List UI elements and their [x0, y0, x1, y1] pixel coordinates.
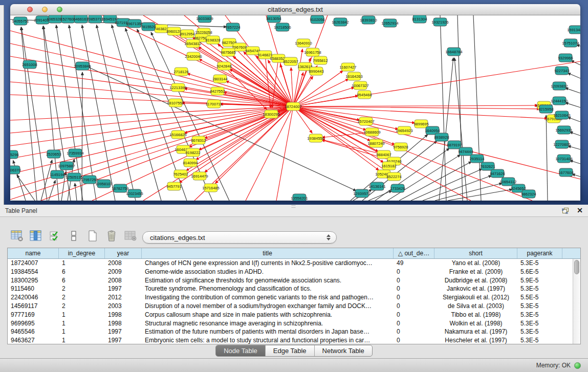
- graph-node-teal[interactable]: 20953846: [74, 62, 91, 70]
- graph-node-yellow[interactable]: 2803144: [212, 75, 227, 83]
- graph-node-teal[interactable]: 1733426: [390, 184, 405, 192]
- table-selector-dropdown[interactable]: citations_edges.txt: [142, 231, 337, 244]
- graph-node-yellow[interactable]: 11700711: [206, 100, 222, 108]
- graph-node-yellow[interactable]: 8960128: [166, 27, 181, 35]
- graph-node-teal[interactable]: 19218506: [274, 23, 291, 31]
- create-table-icon[interactable]: [86, 229, 99, 243]
- graph-node-teal[interactable]: 12505135: [66, 173, 82, 181]
- graph-node-yellow[interactable]: 11607427: [340, 63, 357, 71]
- delete-rows-icon[interactable]: [105, 229, 118, 243]
- graph-node-teal[interactable]: 10731408: [555, 155, 572, 163]
- column-header[interactable]: title: [142, 248, 394, 258]
- graph-node-teal[interactable]: 13558201: [291, 194, 308, 201]
- graph-node-yellow[interactable]: 8990443: [309, 67, 323, 75]
- tab-node-table[interactable]: Node Table: [216, 345, 265, 356]
- column-header[interactable]: name: [8, 248, 59, 258]
- graph-node-yellow[interactable]: 13640910: [295, 39, 312, 47]
- float-panel-icon[interactable]: [562, 207, 570, 214]
- graph-node-teal[interactable]: 10975887: [58, 162, 75, 170]
- table-row[interactable]: 1872400712008Changes of HCN gene express…: [8, 259, 580, 268]
- graph-node-teal[interactable]: 16033809: [196, 15, 213, 23]
- graph-node-teal[interactable]: 16648784: [445, 48, 462, 56]
- graph-node-yellow[interactable]: 8140994: [183, 159, 198, 167]
- table-row[interactable]: 969969511998Structural magnetic resonanc…: [8, 319, 580, 328]
- graph-node-teal[interactable]: 15692931: [555, 126, 572, 134]
- graph-node-teal[interactable]: 7815520: [141, 23, 156, 31]
- graph-node-yellow[interactable]: 7625402: [173, 170, 188, 178]
- graph-node-teal[interactable]: 8813054: [266, 15, 281, 23]
- graph-node-yellow[interactable]: 8912954: [180, 30, 194, 38]
- graph-node-yellow[interactable]: 9198222: [185, 148, 200, 157]
- graph-node-yellow[interactable]: 8678312: [191, 136, 206, 144]
- tab-edge-table[interactable]: Edge Table: [265, 345, 314, 356]
- table-row[interactable]: 1456911722003Disruption of a novel membe…: [8, 302, 580, 311]
- graph-node-teal[interactable]: 9474444: [458, 147, 473, 156]
- graph-node-yellow[interactable]: 8198328: [205, 36, 220, 44]
- graph-node-teal[interactable]: 12444150: [551, 97, 568, 105]
- table-row[interactable]: 1938455462009Genome-wide association stu…: [8, 268, 580, 276]
- table-settings-icon[interactable]: [10, 229, 24, 243]
- column-header[interactable]: in_degree: [59, 248, 105, 258]
- graph-node-yellow[interactable]: 18300295: [263, 110, 279, 118]
- graph-node-teal[interactable]: 12939577: [353, 189, 370, 198]
- graph-node-yellow[interactable]: 2718126: [173, 68, 188, 76]
- table-row[interactable]: 2242004622012Investigating the contribut…: [8, 293, 580, 302]
- graph-node-yellow[interactable]: 1615182: [381, 162, 396, 170]
- graph-node-teal[interactable]: 12652914: [381, 19, 398, 27]
- graph-node-teal[interactable]: 2651008: [22, 60, 37, 69]
- table-row[interactable]: 946362711997Embryonic stem cells: a mode…: [8, 336, 580, 344]
- graph-node-yellow[interactable]: 19384554: [307, 134, 324, 142]
- show-columns-icon[interactable]: [29, 229, 42, 243]
- graph-node-teal[interactable]: 9806370: [10, 166, 21, 174]
- graph-node-teal[interactable]: 16210643: [553, 111, 570, 119]
- graph-node-yellow[interactable]: 18107552: [167, 99, 184, 107]
- graph-node-yellow[interactable]: 16543812: [184, 39, 201, 48]
- graph-node-teal[interactable]: 12023455: [126, 189, 143, 198]
- graph-node-teal[interactable]: 9329966: [558, 54, 573, 62]
- graph-node-teal[interactable]: 19321926: [431, 18, 448, 26]
- graph-node-yellow[interactable]: 9545468: [357, 91, 372, 99]
- graph-node-yellow[interactable]: 8427552: [210, 87, 225, 95]
- table-vertical-scrollbar[interactable]: [573, 259, 580, 344]
- graph-node-teal[interactable]: 12270605: [553, 140, 570, 148]
- destroy-table-icon[interactable]: [124, 229, 137, 243]
- graph-node-teal[interactable]: 8938928: [434, 133, 449, 141]
- graph-node-yellow[interactable]: 8522274: [386, 172, 401, 181]
- graph-node-yellow[interactable]: 15720407: [357, 117, 374, 125]
- graph-node-teal[interactable]: 7595296: [10, 150, 19, 159]
- graph-node-yellow[interactable]: 15166825: [169, 130, 186, 139]
- network-window-titlebar[interactable]: citations_edges.txt: [10, 4, 580, 15]
- graph-node-teal[interactable]: 9227343: [554, 67, 569, 75]
- graph-node-teal[interactable]: 16263842: [332, 18, 349, 26]
- column-header[interactable]: short: [434, 248, 517, 258]
- row-tools-icon[interactable]: [67, 229, 80, 243]
- graph-node-teal[interactable]: 15913488: [567, 26, 580, 34]
- edit-columns-icon[interactable]: [48, 229, 61, 243]
- graph-node-yellow[interactable]: 10067327: [352, 81, 368, 90]
- column-header[interactable]: year: [105, 248, 142, 258]
- graph-node-yellow[interactable]: 18807249: [367, 139, 384, 147]
- column-header[interactable]: △ out_de…: [394, 248, 434, 258]
- graph-node-teal[interactable]: 9862324: [521, 190, 536, 198]
- graph-node-yellow[interactable]: 16961758: [304, 48, 321, 56]
- graph-node-yellow[interactable]: 9457791: [166, 182, 181, 190]
- graph-node-teal[interactable]: 8215958: [538, 105, 553, 113]
- table-row[interactable]: 1830029562008Estimation of significance …: [8, 276, 580, 285]
- graph-node-teal[interactable]: 2935114: [470, 155, 485, 163]
- graph-node-yellow[interactable]: 7955812: [313, 56, 328, 64]
- graph-node-teal[interactable]: 12093832: [551, 82, 568, 90]
- graph-node-yellow[interactable]: 9756928: [393, 143, 408, 151]
- graph-node-teal[interactable]: 1145194: [50, 170, 65, 179]
- graph-node-yellow[interactable]: 12213399: [169, 83, 186, 92]
- graph-node-yellow[interactable]: 19654923: [396, 126, 412, 135]
- graph-node-teal[interactable]: 14055751: [12, 17, 29, 25]
- table-row[interactable]: 946554611997Estimation of the future num…: [8, 327, 580, 336]
- graph-node-teal[interactable]: 10958107: [95, 180, 112, 188]
- table-row[interactable]: 911546021997Tourette syndrome. Phenomeno…: [8, 285, 580, 293]
- network-canvas[interactable]: 1872400774638228960128891295415226058982…: [10, 15, 580, 201]
- graph-node-yellow[interactable]: 18724007: [285, 102, 301, 111]
- graph-node-teal[interactable]: 8471626: [490, 169, 505, 178]
- graph-node-teal[interactable]: 17359934: [67, 149, 83, 157]
- graph-node-yellow[interactable]: 9875685: [221, 48, 235, 56]
- graph-node-yellow[interactable]: 16164263: [345, 72, 362, 80]
